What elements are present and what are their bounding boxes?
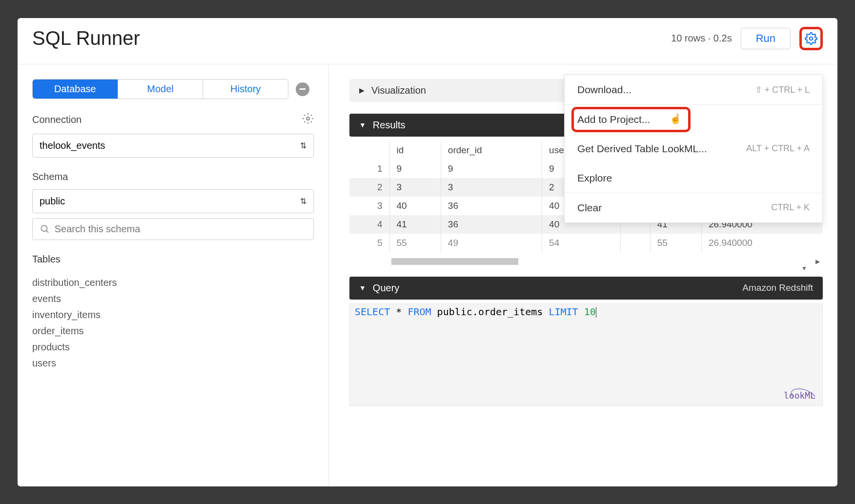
app-window: SQL Runner 10 rows · 0.2s Run Database M… xyxy=(18,18,837,486)
col-header[interactable]: id xyxy=(389,141,441,160)
table-item[interactable]: order_items xyxy=(32,323,314,339)
header-actions: 10 rows · 0.2s Run xyxy=(671,27,823,50)
sidebar: Database Model History Connection theloo… xyxy=(18,64,329,486)
schema-search-input[interactable] xyxy=(55,223,306,235)
scroll-down-icon[interactable]: ▼ xyxy=(801,265,807,272)
table-item[interactable]: users xyxy=(32,355,314,371)
chevron-right-icon: ▶ xyxy=(359,86,365,94)
col-header[interactable]: order_id xyxy=(441,141,542,160)
query-editor[interactable]: SELECT * FROM public.order_items LIMIT 1… xyxy=(349,303,823,406)
scroll-right-icon[interactable]: ▶ xyxy=(815,258,820,265)
sidebar-tabs: Database Model History xyxy=(32,79,288,99)
schema-search[interactable] xyxy=(32,218,314,240)
updown-icon: ⇅ xyxy=(300,197,306,206)
text-cursor xyxy=(596,307,596,318)
page-title: SQL Runner xyxy=(32,27,140,49)
table-item[interactable]: inventory_items xyxy=(32,307,314,323)
result-summary: 10 rows · 0.2s xyxy=(671,33,732,44)
svg-point-0 xyxy=(810,37,813,40)
table-item[interactable]: events xyxy=(32,291,314,307)
schema-select[interactable]: public ⇅ xyxy=(32,189,314,213)
tab-history[interactable]: History xyxy=(203,80,288,99)
table-item[interactable]: distribution_centers xyxy=(32,275,314,291)
pointer-cursor-icon: ☝ xyxy=(670,113,682,124)
tab-model[interactable]: Model xyxy=(118,80,203,99)
horizontal-scrollbar[interactable]: ◀ ▶ xyxy=(349,257,823,266)
search-icon xyxy=(40,223,50,234)
schema-label: Schema xyxy=(32,171,314,182)
menu-download[interactable]: Download... ⇧ + CTRL + L xyxy=(565,75,822,104)
connection-settings-icon[interactable] xyxy=(302,113,314,127)
chevron-down-icon: ▼ xyxy=(359,121,366,129)
table-list: distribution_centers events inventory_it… xyxy=(32,275,314,371)
query-panel[interactable]: ▼ Query Amazon Redshift xyxy=(349,277,823,300)
connection-select[interactable]: thelook_events ⇅ xyxy=(32,134,314,158)
settings-gear-button[interactable] xyxy=(799,27,823,50)
collapse-sidebar-button[interactable] xyxy=(296,82,309,96)
tables-heading: Tables xyxy=(32,254,314,265)
query-provider: Amazon Redshift xyxy=(742,282,813,293)
run-button[interactable]: Run xyxy=(741,28,791,49)
menu-get-lookml[interactable]: Get Derived Table LookML... ALT + CTRL +… xyxy=(565,134,822,163)
connection-label: Connection xyxy=(32,113,314,127)
settings-menu: Download... ⇧ + CTRL + L Add to Project.… xyxy=(564,75,823,223)
menu-add-to-project[interactable]: Add to Project... ☝ xyxy=(565,105,822,134)
updown-icon: ⇅ xyxy=(300,141,306,150)
table-row[interactable]: 5 55 49 54 55 26.940000 xyxy=(349,234,823,252)
table-item[interactable]: products xyxy=(32,339,314,355)
lookml-logo: lookML xyxy=(784,390,815,401)
header: SQL Runner 10 rows · 0.2s Run xyxy=(18,18,837,64)
tab-database[interactable]: Database xyxy=(33,80,118,99)
scrollbar-thumb[interactable] xyxy=(391,258,518,265)
svg-point-2 xyxy=(41,225,47,231)
svg-point-1 xyxy=(306,117,309,120)
gear-icon xyxy=(805,32,817,45)
menu-clear[interactable]: Clear CTRL + K xyxy=(565,193,822,222)
gear-icon xyxy=(302,113,314,124)
chevron-down-icon: ▼ xyxy=(359,284,366,292)
menu-explore[interactable]: Explore xyxy=(565,163,822,193)
